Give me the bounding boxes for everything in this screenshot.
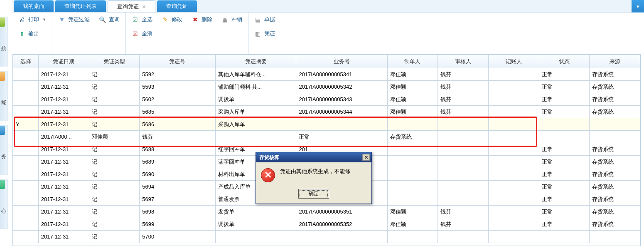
table-cell — [488, 81, 539, 93]
tab-query-voucher-2[interactable]: 查询凭证 — [157, 0, 197, 12]
table-cell — [387, 181, 438, 193]
table-cell: 钱芬 — [140, 131, 216, 143]
table-cell — [438, 156, 489, 168]
table-cell: 存货系统 — [590, 81, 640, 93]
voucher-table-wrap: 选择凭证日期凭证类型凭证号凭证摘要业务号制单人审核人记账人状态来源 2017-1… — [12, 54, 641, 246]
table-cell: 2017IA000000005341 — [296, 68, 387, 81]
table-cell: 正常 — [539, 193, 590, 206]
table-cell: 2017-12-31 — [38, 81, 89, 93]
table-cell: 5686 — [140, 118, 216, 131]
grid-icon: ▦ — [221, 16, 229, 23]
table-cell: 辅助部门领料 其... — [215, 81, 296, 93]
table-cell: 5697 — [140, 193, 216, 206]
tab-desktop[interactable]: 我的桌面 — [14, 0, 54, 12]
table-cell: 存货系统 — [590, 218, 640, 231]
document-button[interactable]: ▤单据 — [253, 15, 277, 24]
table-cell — [488, 193, 539, 206]
column-header[interactable]: 来源 — [590, 55, 640, 68]
table-cell: 记 — [89, 218, 140, 231]
tab-query-voucher-active[interactable]: 查询凭证✕ — [108, 0, 155, 12]
deselect-all-button[interactable]: ☒全消 — [130, 29, 154, 38]
table-cell: 正常 — [539, 143, 590, 156]
table-cell: 邓佳颖 — [387, 93, 438, 106]
table-cell: Y — [13, 118, 39, 131]
table-row[interactable]: 2017IA000...邓佳颖钱芬正常存货系统 — [13, 131, 640, 143]
tab-bar: 我的桌面 查询凭证列表 查询凭证✕ 查询凭证 — [12, 0, 644, 12]
table-row[interactable]: Y2017-12-31记5686采购入库单 — [13, 118, 640, 131]
toolbar: 🖨打印▼ ⬆输出 ▼凭证过滤 🔍查询 ☑全选 ✎修改 ✖删除 ▦冲销 ☒全消 ▤… — [12, 12, 644, 54]
table-row[interactable]: 2017-12-31记5602调拨单2017IA000000005343邓佳颖钱… — [13, 93, 640, 106]
table-cell — [488, 143, 539, 156]
column-header[interactable]: 凭证摘要 — [215, 55, 296, 68]
table-cell: 记 — [89, 68, 140, 81]
table-cell: 5593 — [140, 81, 216, 93]
table-cell: 正常 — [539, 206, 590, 218]
table-row[interactable]: 2017-12-31记5699调拨单2017IA000000005352邓佳颖钱… — [13, 218, 640, 231]
edit-button[interactable]: ✎修改 — [160, 15, 184, 24]
query-button[interactable]: 🔍查询 — [97, 15, 121, 24]
dialog-titlebar[interactable]: 存货核算 ✕ — [256, 152, 371, 162]
tab-voucher-list[interactable]: 查询凭证列表 — [55, 0, 106, 12]
table-cell: 采购入库单 — [215, 106, 296, 118]
table-cell — [590, 231, 640, 243]
table-cell — [13, 131, 39, 143]
output-button[interactable]: ⬆输出 — [17, 29, 41, 38]
table-cell: 2017-12-31 — [38, 68, 89, 81]
table-cell: 正常 — [539, 93, 590, 106]
table-cell — [13, 193, 39, 206]
table-cell: 2017-12-31 — [38, 143, 89, 156]
table-cell — [539, 131, 590, 143]
table-cell — [13, 181, 39, 193]
column-header[interactable]: 制单人 — [387, 55, 438, 68]
filter-button[interactable]: ▼凭证过滤 — [57, 15, 91, 24]
table-cell — [215, 131, 296, 143]
table-row[interactable]: 2017-12-31记5698发货单2017IA000000005351邓佳颖钱… — [13, 206, 640, 218]
print-icon: 🖨 — [18, 16, 26, 23]
close-icon[interactable]: ✕ — [142, 4, 146, 9]
table-cell — [438, 168, 489, 181]
offset-button[interactable]: ▦冲销 — [220, 15, 244, 24]
column-header[interactable]: 凭证日期 — [38, 55, 89, 68]
column-header[interactable]: 状态 — [539, 55, 590, 68]
table-cell — [488, 231, 539, 243]
table-cell: 邓佳颖 — [387, 68, 438, 81]
uncheck-icon: ☒ — [132, 30, 139, 37]
column-header[interactable]: 业务号 — [296, 55, 387, 68]
list-icon: ▥ — [254, 30, 262, 37]
table-cell — [387, 168, 438, 181]
table-cell — [488, 156, 539, 168]
side-deco — [0, 126, 5, 135]
table-cell: 存货系统 — [590, 106, 640, 118]
table-cell: 2017-12-31 — [38, 193, 89, 206]
table-cell: 邓佳颖 — [387, 81, 438, 93]
table-cell — [488, 131, 539, 143]
table-cell: 存货系统 — [590, 68, 640, 81]
table-cell — [539, 231, 590, 243]
column-header[interactable]: 凭证号 — [140, 55, 216, 68]
table-row[interactable]: 2017-12-31记5592其他入库单辅料仓...2017IA00000000… — [13, 68, 640, 81]
print-button[interactable]: 🖨打印▼ — [17, 15, 48, 24]
table-row[interactable]: 2017-12-31记5685采购入库单2017IA000000005344邓佳… — [13, 106, 640, 118]
voucher-button[interactable]: ▥凭证 — [253, 29, 277, 38]
column-header[interactable]: 凭证类型 — [89, 55, 140, 68]
column-header[interactable]: 记账人 — [488, 55, 539, 68]
table-cell — [13, 81, 39, 93]
dialog-ok-button[interactable]: 确定 — [298, 189, 329, 199]
table-row[interactable]: 2017-12-31记5593辅助部门领料 其...2017IA00000000… — [13, 81, 640, 93]
select-all-button[interactable]: ☑全选 — [130, 15, 154, 24]
table-cell: 2017-12-31 — [38, 181, 89, 193]
panel-toggle[interactable]: ▾ — [632, 0, 644, 12]
table-cell: 正常 — [539, 168, 590, 181]
table-cell — [13, 143, 39, 156]
delete-button[interactable]: ✖删除 — [190, 15, 214, 24]
table-row[interactable]: 2017-12-31记5700 — [13, 231, 640, 243]
table-cell: 2017-12-31 — [38, 156, 89, 168]
dialog-close-button[interactable]: ✕ — [362, 154, 370, 161]
column-header[interactable]: 选择 — [13, 55, 39, 68]
table-cell: 正常 — [539, 181, 590, 193]
search-icon: 🔍 — [99, 16, 106, 23]
table-cell: 正常 — [296, 131, 387, 143]
column-header[interactable]: 审核人 — [438, 55, 489, 68]
funnel-icon: ▼ — [58, 16, 66, 23]
table-cell: 邓佳颖 — [89, 131, 140, 143]
